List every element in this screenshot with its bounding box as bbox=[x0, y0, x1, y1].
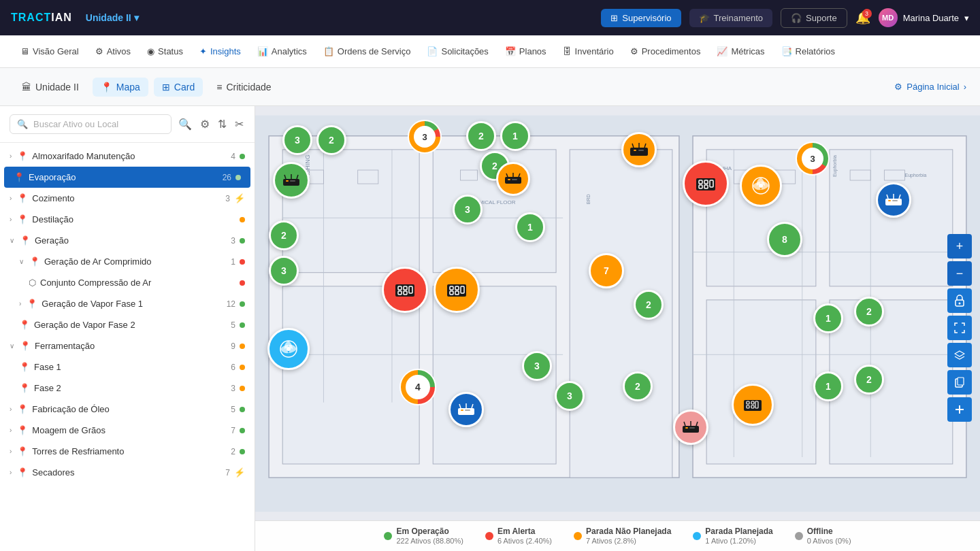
sidebar-item-cozimento[interactable]: › 📍 Cozimento 3 ⚡ bbox=[0, 188, 255, 209]
operacao-dot bbox=[384, 532, 392, 540]
svg-text:3: 3 bbox=[422, 132, 427, 142]
user-menu-button[interactable]: MD Marina Duarte ▾ bbox=[879, 8, 969, 27]
cluster-2-leftmid[interactable]: 2 bbox=[269, 220, 299, 250]
location-icon: 📍 bbox=[19, 320, 30, 330]
zoom-out-button[interactable]: − bbox=[947, 261, 972, 286]
device-gear-red-1[interactable] bbox=[382, 267, 428, 313]
status-dot bbox=[235, 175, 241, 180]
sidebar-item-torres[interactable]: › 📍 Torres de Resfriamento 2 bbox=[0, 441, 255, 462]
device-router-1[interactable] bbox=[273, 162, 310, 199]
nav-relatorios[interactable]: 📑 Relatórios bbox=[774, 41, 843, 62]
suporte-button[interactable]: 🎧 Suporte bbox=[781, 8, 847, 28]
cluster-3-bot[interactable]: 3 bbox=[555, 381, 585, 411]
cluster-1-farright[interactable]: 1 bbox=[813, 303, 843, 333]
chevron-icon: › bbox=[10, 427, 12, 434]
cluster-2-botcenter[interactable]: 2 bbox=[623, 371, 653, 401]
device-fan-blue[interactable] bbox=[267, 328, 310, 370]
nav-insights[interactable]: ✦ Insights bbox=[193, 41, 248, 62]
sidebar-item-destilacao[interactable]: › 📍 Destilação bbox=[0, 209, 255, 230]
cluster-3-bot2[interactable]: 3 bbox=[522, 351, 552, 381]
breadcrumb-card[interactable]: ⊞ Card bbox=[154, 78, 203, 97]
sidebar-item-geracao-vapor2[interactable]: 📍 Geração de Vapor Fase 2 5 bbox=[0, 314, 255, 335]
sidebar-item-fabricacao-oleo[interactable]: › 📍 Fabricação de Óleo 5 bbox=[0, 399, 255, 420]
cluster-3-left[interactable]: 3 bbox=[269, 256, 299, 286]
sidebar-item-secadores[interactable]: › 📍 Secadores 7 ⚡ bbox=[0, 462, 255, 483]
location-icon: 📍 bbox=[27, 299, 37, 309]
sidebar-item-ferramentacao[interactable]: ∨ 📍 Ferramentação 9 bbox=[0, 335, 255, 356]
nav-procedimentos[interactable]: ⚙ Procedimentos bbox=[623, 41, 708, 62]
svg-text:Euphorbia: Euphorbia bbox=[832, 155, 838, 177]
nav-visao-geral[interactable]: 🖥 Visão Geral bbox=[14, 41, 86, 62]
nav-solicitacoes[interactable]: 📄 Solicitações bbox=[420, 41, 495, 62]
nav-ordens[interactable]: 📋 Ordens de Serviço bbox=[316, 41, 418, 62]
sidebar-item-evaporacao[interactable]: 📍 Evaporação 26 bbox=[4, 167, 250, 188]
sidebar-item-fase1[interactable]: 📍 Fase 1 6 bbox=[0, 356, 255, 378]
device-router-blue[interactable] bbox=[876, 182, 911, 218]
cluster-1-botright[interactable]: 1 bbox=[813, 371, 843, 401]
sidebar-item-geracao[interactable]: ∨ 📍 Geração 3 bbox=[0, 230, 255, 251]
cluster-3-topleft[interactable]: 3 bbox=[282, 125, 312, 155]
unit-name: Unidade II bbox=[86, 12, 131, 23]
nav-metricas[interactable]: 📈 Métricas bbox=[710, 41, 771, 62]
treinamento-button[interactable]: 🎓 Treinamento bbox=[689, 9, 773, 27]
device-turbine-orange[interactable] bbox=[740, 165, 782, 207]
svg-rect-83 bbox=[885, 199, 902, 205]
cluster-2-botright2[interactable]: 2 bbox=[854, 365, 884, 395]
svg-line-97 bbox=[472, 404, 473, 408]
lock-button[interactable] bbox=[947, 288, 972, 313]
page-initial-link[interactable]: ⚙ Página Inicial › bbox=[894, 82, 966, 92]
more-tool-button[interactable]: ✂ bbox=[233, 116, 245, 132]
cluster-2-right[interactable]: 2 bbox=[634, 290, 664, 320]
cluster-orange-top[interactable] bbox=[621, 132, 657, 167]
cluster-7-orange[interactable]: 7 bbox=[589, 253, 624, 288]
search-box[interactable]: 🔍 Buscar Ativo ou Local bbox=[10, 114, 172, 134]
cluster-2-topcenter[interactable]: 2 bbox=[466, 121, 496, 151]
sidebar-item-almoxarifado[interactable]: › 📍 Almoxarifado Manutenção 4 bbox=[0, 146, 255, 167]
device-gear-red-2[interactable] bbox=[683, 161, 729, 207]
fullscreen-button[interactable] bbox=[947, 316, 972, 340]
device-router-center[interactable] bbox=[496, 162, 530, 196]
sidebar-item-moagem-graos[interactable]: › 📍 Moagem de Grãos 7 bbox=[0, 420, 255, 441]
svg-line-49 bbox=[644, 144, 646, 148]
nav-inventario[interactable]: 🗄 Inventário bbox=[556, 41, 621, 62]
alerta-dot bbox=[485, 532, 493, 540]
sidebar-item-geracao-ar[interactable]: ∨ 📍 Geração de Ar Comprimido 1 bbox=[0, 251, 255, 272]
settings-tool-button[interactable]: ⚙ bbox=[199, 116, 211, 132]
cluster-3-centertop[interactable]: 3 bbox=[453, 195, 483, 224]
supervisorio-button[interactable]: ⊞ Supervisório bbox=[601, 9, 681, 27]
inventory-icon: 🗄 bbox=[563, 46, 572, 56]
unit-selector[interactable]: Unidade II ▾ bbox=[86, 12, 139, 23]
adjust-tool-button[interactable]: ⇅ bbox=[216, 116, 228, 132]
pie-cluster-3[interactable]: 4 bbox=[398, 367, 438, 407]
breadcrumb-unidade[interactable]: 🏛 Unidade II bbox=[14, 78, 87, 97]
cluster-2-top[interactable]: 2 bbox=[316, 125, 346, 155]
device-router-pink[interactable] bbox=[673, 410, 708, 445]
zoom-in-button[interactable]: + bbox=[947, 234, 972, 258]
device-gear-orange-bot[interactable] bbox=[732, 384, 774, 426]
orders-icon: 📋 bbox=[323, 46, 334, 56]
chevron-icon: › bbox=[19, 300, 21, 307]
notifications-button[interactable]: 🔔 3 bbox=[855, 10, 870, 25]
nav-planos[interactable]: 📅 Planos bbox=[498, 41, 553, 62]
nav-analytics[interactable]: 📊 Analytics bbox=[250, 41, 314, 62]
pie-cluster-2[interactable]: 3 bbox=[794, 140, 831, 177]
breadcrumb-mapa[interactable]: 📍 Mapa bbox=[93, 78, 148, 97]
device-gear-orange-1[interactable] bbox=[434, 267, 480, 313]
add-button[interactable] bbox=[947, 397, 972, 422]
cluster-8-right[interactable]: 8 bbox=[767, 222, 802, 257]
pie-cluster-1[interactable]: 3 bbox=[406, 118, 443, 155]
breadcrumb-criticidade[interactable]: ≡ Criticidade bbox=[208, 78, 279, 97]
search-tool-button[interactable]: 🔍 bbox=[177, 116, 193, 132]
nav-status[interactable]: ◉ Status bbox=[140, 41, 190, 62]
sidebar-item-conjunto-ar[interactable]: ⬡ Conjunto Compressão de Ar bbox=[0, 272, 255, 293]
cluster-2-farright[interactable]: 2 bbox=[854, 297, 884, 327]
copy-button[interactable] bbox=[947, 370, 972, 395]
cluster-1-top[interactable]: 1 bbox=[500, 121, 530, 151]
cluster-1-center[interactable]: 1 bbox=[515, 212, 545, 242]
device-router-botcenter[interactable] bbox=[448, 392, 484, 427]
layers-button[interactable] bbox=[947, 343, 972, 367]
nav-ativos[interactable]: ⚙ Ativos bbox=[88, 41, 137, 62]
sidebar-item-geracao-vapor1[interactable]: › 📍 Geração de Vapor Fase 1 12 bbox=[0, 293, 255, 314]
status-dot bbox=[240, 217, 245, 222]
sidebar-item-fase2[interactable]: 📍 Fase 2 3 bbox=[0, 378, 255, 399]
